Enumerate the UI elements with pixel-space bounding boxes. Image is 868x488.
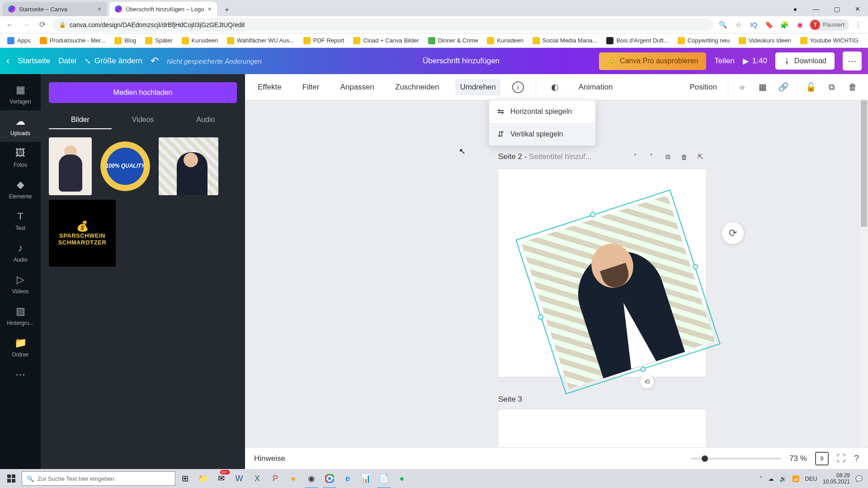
upload-media-button[interactable]: Medien hochladen xyxy=(49,82,237,103)
word-icon[interactable]: W xyxy=(231,469,248,488)
flip-vertical-item[interactable]: ⇵ Vertikal spiegeln xyxy=(489,123,595,145)
bookmark-item[interactable]: Youtube WICHTIG xyxy=(797,35,862,46)
chrome-icon[interactable] xyxy=(321,469,338,488)
duplicate-page-icon[interactable]: ⧉ xyxy=(662,151,674,163)
upload-thumb[interactable]: 💰 SPARSCHWEIN SCHMAROTZER xyxy=(49,200,116,267)
rail-uploads[interactable]: ☁Uploads xyxy=(0,110,41,142)
chrome-account-dot-icon[interactable]: ● xyxy=(785,2,806,16)
bookmark-item[interactable]: Social Media Mana... xyxy=(529,35,601,46)
undo-button[interactable]: ↶ xyxy=(151,55,159,67)
apps-button[interactable]: Apps xyxy=(4,35,34,46)
adjust-button[interactable]: Anpassen xyxy=(335,79,379,95)
delete-page-icon[interactable]: 🗑 xyxy=(678,151,690,163)
url-input[interactable]: 🔒 canva.com/design/DAEdomzscjI/drBfjHdCo… xyxy=(52,18,713,32)
bookmark-item[interactable]: Später xyxy=(142,35,176,46)
info-icon[interactable]: i xyxy=(512,81,524,93)
task-view-icon[interactable]: ⊞ xyxy=(176,469,193,488)
extension-icon[interactable]: IQ xyxy=(747,19,760,31)
browser-tab-1[interactable]: Startseite – Canva × xyxy=(3,2,107,16)
bookmark-item[interactable]: PDF Report xyxy=(300,35,348,46)
effects-button[interactable]: Effekte xyxy=(253,79,286,95)
tab-audio[interactable]: Audio xyxy=(174,111,237,129)
document-title[interactable]: Überschrift hinzufügen xyxy=(423,56,500,66)
zoom-knob[interactable] xyxy=(702,455,708,462)
bookmark-item[interactable]: Bois d'Argent Duft... xyxy=(603,35,672,46)
wifi-icon[interactable]: 📶 xyxy=(792,475,799,482)
taskbar-clock[interactable]: 08:29 10.05.2021 xyxy=(823,472,850,485)
bookmark-item[interactable]: Videokurs Ideen xyxy=(735,35,795,46)
bookmark-item[interactable]: Produktsuche - Mer... xyxy=(36,35,109,46)
start-button[interactable] xyxy=(2,469,21,488)
maximize-button[interactable]: ▢ xyxy=(826,2,847,16)
fullscreen-icon[interactable]: ⛶ xyxy=(837,453,846,464)
bookmark-item[interactable]: Copywriting neu xyxy=(674,35,733,46)
close-icon[interactable]: × xyxy=(208,5,211,13)
notifications-icon[interactable]: 💬 xyxy=(855,475,863,482)
minimize-button[interactable]: — xyxy=(806,2,826,16)
rail-audio[interactable]: ♪Audio xyxy=(0,237,41,268)
bookmark-item[interactable]: Wahlfächer WU Aus... xyxy=(223,35,298,46)
move-down-icon[interactable]: ˅ xyxy=(646,151,657,163)
upload-thumb[interactable] xyxy=(159,137,218,195)
download-button[interactable]: ⭳ Download xyxy=(775,52,835,70)
bookmark-item[interactable]: Kursideen xyxy=(483,35,527,46)
language-indicator[interactable]: DEU xyxy=(805,475,817,482)
explorer-icon[interactable]: 📁 xyxy=(194,469,212,488)
extension-icon[interactable]: 🧩 xyxy=(778,19,791,31)
extension-icon[interactable]: ◉ xyxy=(793,19,806,31)
tray-chevron-icon[interactable]: ˄ xyxy=(760,475,763,482)
zoom-slider[interactable] xyxy=(691,458,781,460)
vertical-scrollbar[interactable] xyxy=(860,100,868,471)
position-button[interactable]: Position xyxy=(685,79,722,95)
bookmark-item[interactable]: Blog xyxy=(111,35,140,46)
volume-icon[interactable]: 🔊 xyxy=(779,475,787,482)
rail-text[interactable]: TText xyxy=(0,205,41,237)
upload-thumb[interactable]: 100% QUALITY xyxy=(96,137,154,195)
notepad-icon[interactable]: 📄 xyxy=(375,469,392,488)
rail-folders[interactable]: 📁Ordner xyxy=(0,332,41,363)
edge-icon[interactable]: e xyxy=(339,469,356,488)
close-icon[interactable]: × xyxy=(98,5,101,13)
browser-tab-2[interactable]: Überschrift hinzufügen – Logo × xyxy=(109,2,217,16)
copy-style-icon[interactable]: ⟐ xyxy=(735,80,749,94)
zoom-level[interactable]: 73 % xyxy=(789,454,807,463)
rail-photos[interactable]: 🖼Fotos xyxy=(0,142,41,174)
zoom-icon[interactable]: 🔍 xyxy=(717,19,729,31)
onedrive-icon[interactable]: ☁ xyxy=(768,475,774,482)
bookmark-item[interactable]: Cload + Canva Bilder xyxy=(349,35,422,46)
share-button[interactable]: Teilen xyxy=(714,56,734,66)
rail-background[interactable]: ▨Hintergru... xyxy=(0,300,41,332)
scroll-thumb[interactable] xyxy=(861,100,867,227)
bookmarks-overflow[interactable]: » xyxy=(864,35,868,46)
rail-more[interactable]: ⋯ xyxy=(0,363,41,386)
quick-add-button[interactable]: ⟳ xyxy=(722,222,744,244)
move-up-icon[interactable]: ˄ xyxy=(629,151,641,163)
present-button[interactable]: ▶ 1:40 xyxy=(743,56,767,66)
home-link[interactable]: Startseite xyxy=(18,56,50,66)
delete-icon[interactable]: 🗑 xyxy=(845,80,860,94)
page-count-button[interactable]: 9 xyxy=(815,452,829,465)
spotify-icon[interactable]: ● xyxy=(393,469,410,488)
filter-button[interactable]: Filter xyxy=(298,79,324,95)
notes-button[interactable]: Hinweise xyxy=(254,454,285,463)
transparency-icon[interactable]: ▦ xyxy=(755,80,770,94)
obs-icon[interactable]: ◉ xyxy=(303,469,320,488)
app-icon[interactable]: ● xyxy=(285,469,302,488)
bookmark-item[interactable]: Kursideen xyxy=(178,35,222,46)
add-page-icon[interactable]: ⇱ xyxy=(694,151,706,163)
app-icon[interactable]: 📊 xyxy=(357,469,374,488)
bookmark-item[interactable]: Dinner & Crime xyxy=(425,35,482,46)
crop-button[interactable]: Zuschneiden xyxy=(391,79,443,95)
profile-chip[interactable]: T Pausiert xyxy=(809,19,849,31)
page-title-input[interactable]: Seite 2 - Seitentitel hinzuf... xyxy=(498,152,625,161)
extension-icon[interactable]: 🔖 xyxy=(763,19,775,31)
try-pro-button[interactable]: 👑 Canva Pro ausprobieren xyxy=(599,52,706,70)
tab-videos[interactable]: Videos xyxy=(112,111,175,129)
tab-images[interactable]: Bilder xyxy=(49,111,112,129)
close-window-button[interactable]: ✕ xyxy=(847,2,868,16)
mail-icon[interactable]: ✉99+ xyxy=(212,469,230,488)
more-menu-button[interactable]: ⋯ xyxy=(843,52,862,70)
forward-button[interactable]: → xyxy=(20,19,33,31)
back-button[interactable]: ← xyxy=(4,19,16,31)
taskbar-search[interactable]: 🔍 Zur Suche Text hier eingeben xyxy=(22,471,175,486)
